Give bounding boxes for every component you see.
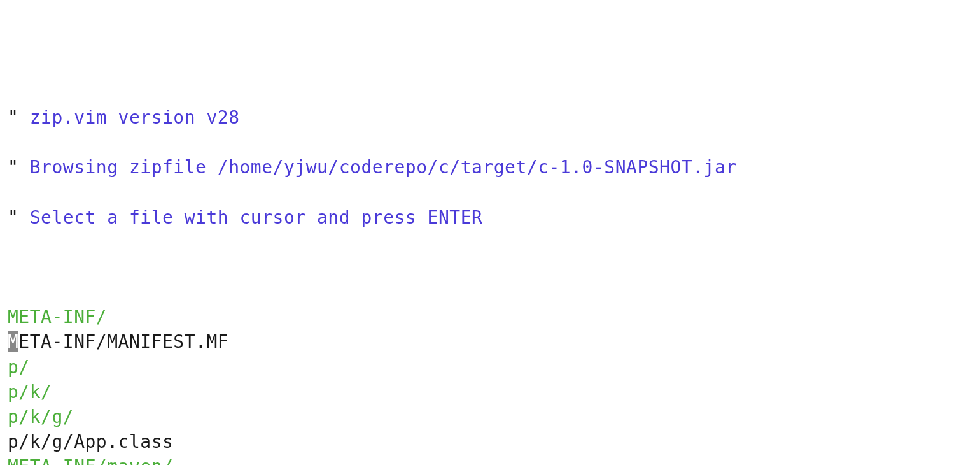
zip-entry-directory[interactable]: META-INF/	[8, 304, 972, 329]
comment-text: zip.vim version v28	[18, 107, 239, 128]
zip-entry-directory[interactable]: META-INF/maven/	[8, 454, 972, 465]
zip-entry-file[interactable]: p/k/g/App.class	[8, 429, 972, 454]
comment-text: Select a file with cursor and press ENTE…	[18, 207, 482, 228]
quote-mark: "	[8, 157, 18, 178]
comment-line-1: " zip.vim version v28	[8, 105, 972, 130]
zip-entry-directory[interactable]: p/k/g/	[8, 404, 972, 429]
zip-entry-directory[interactable]: p/k/	[8, 380, 972, 404]
zip-entry-file[interactable]: META-INF/MANIFEST.MF	[8, 329, 972, 354]
comment-line-3: " Select a file with cursor and press EN…	[8, 205, 972, 230]
entry-text: ETA-INF/MANIFEST.MF	[18, 331, 228, 352]
blank-line	[8, 255, 972, 280]
cursor-position: M	[8, 331, 18, 352]
zip-entry-directory[interactable]: p/	[8, 355, 972, 380]
quote-mark: "	[8, 207, 18, 228]
quote-mark: "	[8, 107, 18, 128]
comment-line-2: " Browsing zipfile /home/yjwu/coderepo/c…	[8, 155, 972, 180]
comment-text: Browsing zipfile /home/yjwu/coderepo/c/t…	[18, 157, 736, 178]
